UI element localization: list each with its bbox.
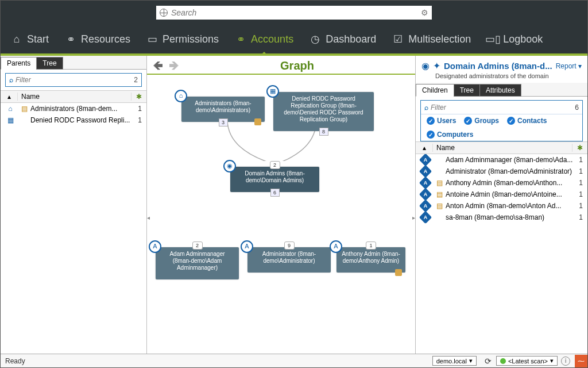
node-topnum: 9 [284,241,295,250]
details-title: Domain Admins (8man-d... [444,61,552,71]
nav-label: Start [27,33,49,45]
nav-accounts[interactable]: ⚭Accounts [235,33,293,45]
tab-children[interactable]: Children [416,84,454,97]
graph-node[interactable]: A 1 Anthony Admin (8man-demo\Anthony Adm… [336,247,405,273]
right-list: AAdam Adminmanager (8man-demo\Ada...1 AA… [416,154,587,354]
left-filter[interactable]: ⌕ 2 [5,73,142,87]
chevron-down-icon: ▾ [550,357,554,365]
globe-icon [160,9,168,17]
nav-logbook[interactable]: ▭▯Logbook [487,33,543,45]
list-item[interactable]: Asa-8man (8man-demo\sa-8man)1 [416,212,587,223]
refresh-icon[interactable]: ⟳ [485,356,492,366]
item-count: 1 [133,116,145,124]
search-box[interactable]: ⚙ [156,6,432,20]
splitter-left-icon[interactable]: ◂ [147,214,150,221]
graph-node[interactable]: A 9 Administrator (8man-demo\Administrat… [247,247,331,273]
nav-forward-icon[interactable]: 🡺 [169,60,179,72]
details-description: Designated administrators of the domain [421,71,582,79]
nav-dashboard[interactable]: ◷Dashboard [310,33,376,45]
col-indicator-icon[interactable]: ✱ [131,93,146,101]
activity-icon[interactable]: ⁓ [575,355,587,367]
user-icon: A [149,240,161,253]
graph-header: 🡸 🡺 Graph [147,56,415,75]
graph-node[interactable]: ▦ Denied RODC Password Replication Group… [273,92,374,131]
list-item[interactable]: AAdam Adminmanager (8man-demo\Ada...1 [416,154,587,166]
gear-icon[interactable]: ⚙ [421,8,428,17]
status-ok-icon [500,358,506,364]
nodes-icon: ⚭ [65,33,76,45]
scan-selector[interactable]: <Latest scan>▾ [496,356,558,366]
list-item[interactable]: ▦ Denied RODC Password Repli... 1 [1,114,146,126]
item-count: 1 [574,190,586,198]
list-item[interactable]: A▤Anthony Admin (8man-demo\Anthon...1 [416,177,587,189]
card-icon: ▭ [146,33,158,45]
home-icon: ⌂ [11,33,22,45]
user-icon: A [417,178,434,187]
chip-users[interactable]: ✓Users [427,117,456,125]
tab-tree[interactable]: Tree [454,84,480,97]
nav-label: Dashboard [326,33,376,45]
filter-icon: ⌕ [424,103,428,112]
item-name: Anthony Admin (8man-demo\Anthon... [444,179,574,187]
nav-resources[interactable]: ⚭Resources [65,33,130,45]
right-column-header: ▴ Name ✱ [416,141,587,154]
list-item[interactable]: A▤Antoine Admin (8man-demo\Antoine...1 [416,189,587,200]
details-panel: ◉ ✦ Domain Admins (8man-d... Report ▾ De… [415,56,587,354]
list-item[interactable]: AAdministrator (8man-demo\Administrator)… [416,166,587,177]
sort-icon[interactable]: ▴ [416,144,433,152]
left-filter-input[interactable] [16,76,134,84]
nav-back-icon[interactable]: 🡸 [153,60,163,72]
chip-contacts[interactable]: ✓Contacts [507,117,547,125]
home-icon: ⌂ [175,90,187,102]
graph-canvas[interactable]: ⌂ Administrators (8man-demo\Administrato… [147,75,415,354]
nav-start[interactable]: ⌂Start [11,33,49,45]
graph-title: Graph [185,59,409,72]
item-name: Adam Adminmanager (8man-demo\Ada... [444,156,574,164]
col-indicator-icon[interactable]: ✱ [572,144,587,152]
item-count: 1 [574,179,586,187]
right-filter[interactable]: ⌕ 6 [421,101,582,114]
graph-node[interactable]: A 2 Adam Adminmanager (8man-demo\Adam Ad… [156,247,239,279]
check-icon: ☑ [392,33,404,45]
item-name: Denied RODC Password Repli... [29,116,133,124]
graph-node-selected[interactable]: ◉ 2 Domain Admins (8man-demo\Domain Admi… [230,167,319,192]
search-input[interactable] [171,8,421,17]
item-count: 1 [574,213,586,221]
nav-label: Multiselection [408,33,471,45]
item-count: 1 [574,167,586,175]
node-tag: 8 [319,128,328,136]
tab-parents[interactable]: Parents [1,57,37,70]
bell-icon: ✦ [433,60,440,71]
status-ready: Ready [1,357,432,365]
list-item[interactable]: ⌂ ▤ Administrators (8man-dem... 1 [1,103,146,114]
filter-chips: ✓Users ✓Groups ✓Contacts ✓Computers [421,114,582,141]
splitter-right-icon[interactable]: ▸ [412,214,415,221]
list-item[interactable]: A▤Anton Admin (8man-demo\Anton Ad...1 [416,200,587,212]
chip-computers[interactable]: ✓Computers [427,131,473,139]
node-topnum: 1 [366,241,376,250]
user-icon: A [330,240,342,253]
item-count: 1 [574,156,586,164]
user-icon: A [417,213,434,222]
report-link[interactable]: Report ▾ [556,62,582,70]
info-icon[interactable]: i [561,356,570,366]
check-icon: ✓ [427,117,435,125]
nav-multiselection[interactable]: ☑Multiselection [392,33,471,45]
node-label: Denied RODC Password Replication Group (… [284,95,363,122]
col-name[interactable]: Name [433,144,572,152]
tab-tree[interactable]: Tree [36,57,63,70]
nav-permissions[interactable]: ▭Permissions [146,33,219,45]
sort-icon[interactable]: ▴ [1,93,18,101]
left-list: ⌂ ▤ Administrators (8man-dem... 1 ▦ Deni… [1,103,146,354]
col-name[interactable]: Name [18,93,131,101]
right-tabs: Children Tree Attributes [416,83,587,97]
folder-icon: ▤ [434,202,444,210]
chip-groups[interactable]: ✓Groups [464,117,499,125]
domain-selector[interactable]: demo.local▾ [432,356,477,366]
check-icon: ✓ [507,117,515,125]
graph-node[interactable]: ⌂ Administrators (8man-demo\Administrato… [181,97,265,122]
node-label: Anthony Admin (8man-demo\Anthony Admin) [342,251,400,264]
tab-attributes[interactable]: Attributes [479,84,521,97]
book-icon: ▭▯ [487,33,498,45]
right-filter-input[interactable] [431,103,575,112]
